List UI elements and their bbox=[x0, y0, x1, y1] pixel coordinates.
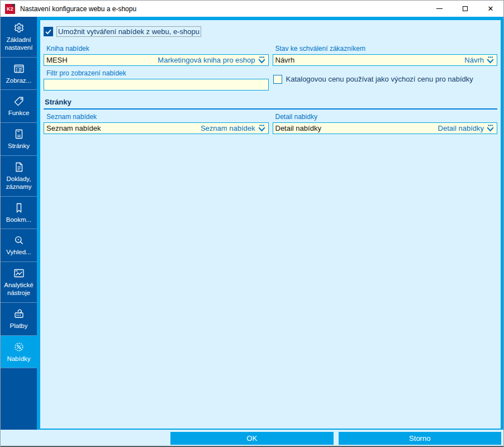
sidebar: Základní nastavení Zobraz... Funkce Strá… bbox=[1, 17, 37, 430]
offer-list-page-value: Seznam nabídek bbox=[46, 124, 101, 132]
approval-state-label: Stav ke schválení zákazníkem bbox=[273, 41, 498, 54]
content-frame: Umožnit vytváření nabídek z webu, e-shop… bbox=[37, 17, 503, 430]
close-icon: ✕ bbox=[488, 5, 494, 12]
tag-icon bbox=[13, 95, 25, 107]
offers-filter-label: Filtr pro zobrazení nabídek bbox=[44, 66, 269, 79]
pages-icon bbox=[13, 128, 25, 140]
offer-list-page-label: Seznam nabídek bbox=[44, 110, 269, 122]
catalog-price-checkbox[interactable] bbox=[273, 75, 282, 84]
minimize-icon bbox=[436, 8, 443, 9]
settings-window: K2 Nastavení konfigurace webu a e-shopu … bbox=[0, 0, 504, 447]
offer-book-display: Marketingová kniha pro eshop bbox=[158, 56, 255, 64]
sidebar-item-analyticke-nastroje[interactable]: Analytické nástroje bbox=[1, 262, 37, 303]
dialog-footer: OK Storno bbox=[1, 430, 503, 446]
sidebar-item-doklady-zaznamy[interactable]: Doklady, záznamy bbox=[1, 156, 37, 197]
payments-icon bbox=[13, 308, 25, 320]
bookmark-icon bbox=[13, 202, 25, 214]
offer-detail-page-value: Detail nabídky bbox=[275, 124, 321, 132]
gear-icon bbox=[13, 22, 25, 34]
dropdown-list-icon[interactable] bbox=[258, 125, 266, 132]
minimize-button[interactable] bbox=[426, 1, 452, 17]
offer-list-page-field[interactable]: Seznam nabídek Seznam nabídek bbox=[44, 122, 269, 134]
search-icon bbox=[13, 234, 25, 246]
offers-settings-panel: Umožnit vytváření nabídek z webu, e-shop… bbox=[40, 20, 501, 429]
sidebar-item-funkce[interactable]: Funkce bbox=[1, 90, 37, 123]
document-icon bbox=[13, 161, 25, 173]
ok-button[interactable]: OK bbox=[170, 432, 334, 445]
catalog-price-checkbox-label[interactable]: Katalogovou cenu používat jako výchozí c… bbox=[286, 75, 473, 83]
offer-detail-page-display: Detail nabídky bbox=[438, 124, 484, 132]
sidebar-item-stranky[interactable]: Stránky bbox=[1, 123, 37, 156]
offer-book-value: MESH bbox=[46, 56, 68, 64]
offers-filter-input[interactable] bbox=[44, 79, 269, 91]
dropdown-list-icon[interactable] bbox=[486, 56, 495, 64]
offer-book-label: Kniha nabídek bbox=[44, 41, 269, 54]
window-title: Nastavení konfigurace webu a e-shopu bbox=[20, 5, 136, 13]
sidebar-item-vyhledavani[interactable]: Vyhled... bbox=[1, 229, 37, 262]
dropdown-list-icon[interactable] bbox=[258, 56, 266, 64]
display-panel-icon bbox=[13, 63, 25, 75]
offer-detail-page-label: Detail nabidky bbox=[273, 110, 498, 122]
sidebar-item-bookmarky[interactable]: Bookm... bbox=[1, 197, 37, 230]
approval-state-value: Návrh bbox=[275, 56, 295, 64]
pages-section-header: Stránky bbox=[44, 98, 497, 110]
maximize-icon bbox=[463, 6, 468, 11]
sidebar-item-zobrazeni[interactable]: Zobraz... bbox=[1, 58, 37, 91]
sidebar-item-zakladni-nastaveni[interactable]: Základní nastavení bbox=[1, 17, 37, 58]
sidebar-item-platby[interactable]: Platby bbox=[1, 303, 37, 336]
offer-badge-icon bbox=[13, 341, 25, 353]
maximize-button[interactable] bbox=[452, 1, 478, 17]
approval-state-field[interactable]: Návrh Návrh bbox=[273, 54, 498, 66]
offer-book-field[interactable]: MESH Marketingová kniha pro eshop bbox=[44, 54, 269, 66]
enable-offers-checkbox-label[interactable]: Umožnit vytváření nabídek z webu, e-shop… bbox=[57, 27, 201, 36]
cancel-button[interactable]: Storno bbox=[339, 432, 502, 445]
app-logo-icon: K2 bbox=[5, 4, 15, 14]
close-button[interactable]: ✕ bbox=[478, 1, 503, 17]
offer-list-page-display: Seznam nabídek bbox=[201, 124, 255, 132]
dropdown-list-icon[interactable] bbox=[486, 125, 495, 132]
title-bar: K2 Nastavení konfigurace webu a e-shopu … bbox=[1, 1, 503, 17]
analytics-icon bbox=[13, 267, 25, 279]
offer-detail-page-field[interactable]: Detail nabídky Detail nabídky bbox=[273, 122, 498, 134]
enable-offers-checkbox[interactable] bbox=[44, 27, 53, 36]
sidebar-item-nabidky[interactable]: Nabídky bbox=[1, 336, 37, 369]
approval-state-display: Návrh bbox=[464, 56, 484, 64]
